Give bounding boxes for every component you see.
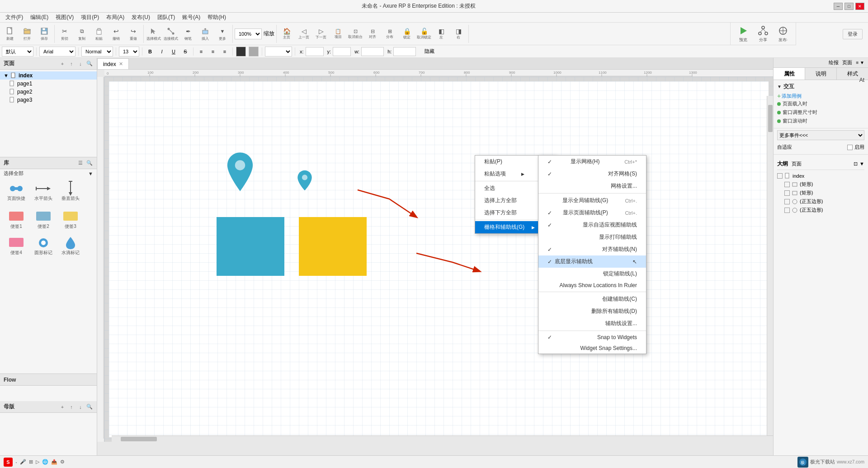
close-button[interactable]: ✕ <box>855 3 864 10</box>
font-select[interactable]: Arial <box>39 47 75 57</box>
outline-item-rect2[interactable]: (矩形) <box>777 189 864 197</box>
widget-water[interactable]: 水滴标记 <box>58 234 83 258</box>
sub-guide-settings[interactable]: 辅助线设置... <box>538 317 646 330</box>
outline-filter-icon[interactable]: ⊡ <box>854 161 858 167</box>
pages-add-button[interactable]: + <box>59 60 66 67</box>
main-canvas[interactable] <box>104 77 773 442</box>
page-item-page3[interactable]: page3 <box>0 96 97 104</box>
pages-search-button[interactable]: 🔍 <box>86 60 93 67</box>
sub-create-guide[interactable]: 创建辅助线(C) <box>538 293 646 305</box>
shape-pin-small[interactable] <box>297 170 313 191</box>
sub-always-show[interactable]: ✓ 底层显示辅助线 ↖ <box>538 255 646 268</box>
menu-help[interactable]: 帮助(H) <box>204 13 230 22</box>
connect-mode-button[interactable]: 连接模式 <box>163 26 179 42</box>
interaction-item-load[interactable]: 页面载入时 <box>777 99 864 108</box>
left-button[interactable]: ◧左 <box>433 26 449 42</box>
zoom-select[interactable]: 100% 50% 75% 150% 200% <box>235 28 262 39</box>
interaction-collapse[interactable]: ▼ <box>777 84 782 89</box>
masters-search-button[interactable]: 🔍 <box>86 403 93 411</box>
align-left-button[interactable]: ≡ <box>196 47 206 57</box>
bg-color-picker[interactable] <box>249 47 259 57</box>
prev-page-button[interactable]: ◁上一页 <box>296 26 312 42</box>
widget-label2[interactable]: 便签2 <box>31 208 56 232</box>
library-menu-button[interactable]: ☰ <box>77 160 84 167</box>
insert-button[interactable]: 插入 <box>197 26 213 42</box>
sub-grid-settings[interactable]: 网格设置... <box>538 180 646 192</box>
widget-label4[interactable]: 便签4 <box>4 234 29 258</box>
hidden-button[interactable]: 隐藏 <box>421 47 438 57</box>
sub-show-page-guides[interactable]: ✓ 显示页面辅助线(P) Ctrl+. <box>538 207 646 219</box>
sub-snap-guides[interactable]: ✓ 对齐辅助线(N) <box>538 243 646 255</box>
line-style-select[interactable] <box>265 47 292 57</box>
menu-file[interactable]: 文件(F) <box>2 13 27 22</box>
sub-widget-snap[interactable]: Widget Snap Settings... <box>538 343 646 354</box>
copy-button[interactable]: ⧉ 复制 <box>74 26 90 42</box>
outline-arrow-icon[interactable]: ▼ <box>859 161 864 167</box>
w-input[interactable] <box>361 47 384 56</box>
menu-view[interactable]: 视图(V) <box>52 13 77 22</box>
v-scroll-thumb[interactable] <box>768 105 773 132</box>
outline-rect1-checkbox[interactable] <box>784 182 790 187</box>
interaction-item-resize[interactable]: 窗口调整尺寸时 <box>777 108 864 117</box>
open-button[interactable]: 打开 <box>19 26 35 42</box>
page-item-page2[interactable]: page2 <box>0 88 97 96</box>
save-button[interactable]: 保存 <box>36 26 52 42</box>
outline-item-index[interactable]: index <box>777 172 864 180</box>
horizontal-scrollbar[interactable] <box>112 435 773 442</box>
publish-button[interactable]: 发布· <box>774 24 792 44</box>
pages-move-up-button[interactable]: ↑ <box>68 60 75 67</box>
sub-always-ruler[interactable]: Always Show Locations In Ruler <box>538 280 646 291</box>
menu-team[interactable]: 团队(T) <box>154 13 179 22</box>
h-input[interactable] <box>393 47 416 56</box>
login-button[interactable]: 登录 <box>843 29 863 39</box>
redo-button[interactable]: ↪ 重做 <box>125 26 142 42</box>
shape-rect-yellow[interactable] <box>299 217 367 276</box>
widget-label1[interactable]: 便签1 <box>4 208 29 232</box>
outline-item-penta1[interactable]: (正五边形) <box>777 197 864 206</box>
canvas-tab-index[interactable]: index ✕ <box>97 58 129 69</box>
sub-show-all-guides[interactable]: 显示全局辅助线(G) Ctrl+. <box>538 194 646 207</box>
menu-project[interactable]: 项目(P) <box>77 13 103 22</box>
menu-edit[interactable]: 编辑(E) <box>27 13 52 22</box>
weight-select[interactable]: Normal Bold Light <box>81 47 113 57</box>
outline-item-penta2[interactable]: (正五边形) <box>777 206 864 214</box>
library-search-button[interactable]: 🔍 <box>86 160 93 167</box>
vertical-scrollbar[interactable] <box>767 96 773 435</box>
menu-layout[interactable]: 布局(A) <box>103 13 128 22</box>
project-button[interactable]: 📋项目 <box>330 26 346 42</box>
masters-move-up-button[interactable]: ↑ <box>68 403 75 411</box>
new-button[interactable]: 新建 <box>2 26 18 42</box>
y-input[interactable] <box>333 47 351 56</box>
preview-button[interactable]: 预览 <box>734 24 752 44</box>
interaction-item-scroll[interactable]: 窗口滚动时 <box>777 117 864 125</box>
next-page-button[interactable]: ▷下一页 <box>313 26 329 42</box>
cancel-front-button[interactable]: ⊡取消前台 <box>347 26 363 42</box>
pages-move-down-button[interactable]: ↓ <box>77 60 84 67</box>
align-button[interactable]: ⊟对齐 <box>364 26 381 42</box>
more-button[interactable]: ▼ 更多 <box>214 26 231 42</box>
page-item-index[interactable]: ▼ index <box>0 71 97 80</box>
right-button[interactable]: ◨右 <box>450 26 467 42</box>
sub-snap-widgets[interactable]: ✓ Snap to Widgets <box>538 332 646 343</box>
cut-button[interactable]: ✂ 剪切 <box>57 26 73 42</box>
menu-publish[interactable]: 发布(U) <box>128 13 154 22</box>
outline-penta2-checkbox[interactable] <box>784 208 790 213</box>
widget-circle[interactable]: 圆形标记 <box>31 234 56 258</box>
distribute-button[interactable]: ⊞分布 <box>382 26 398 42</box>
sub-show-adaptive-guides[interactable]: ✓ 显示自适应视图辅助线 <box>538 219 646 231</box>
add-case-button[interactable]: + 添加用例 <box>777 92 864 99</box>
bold-button[interactable]: B <box>145 47 155 57</box>
tab-close-index[interactable]: ✕ <box>119 61 123 67</box>
share-button[interactable]: 分享 <box>754 24 772 44</box>
sub-lock-guides[interactable]: 锁定辅助线(L) <box>538 268 646 280</box>
outline-rect2-checkbox[interactable] <box>784 190 790 196</box>
masters-add-button[interactable]: + <box>59 403 66 411</box>
align-center-button[interactable]: ≡ <box>208 47 218 57</box>
widget-label3[interactable]: 便签3 <box>58 208 83 232</box>
sub-show-print-guides[interactable]: 显示打印辅助线 <box>538 231 646 243</box>
masters-move-down-button[interactable]: ↓ <box>77 403 84 411</box>
enable-checkbox[interactable] <box>847 145 853 150</box>
pen-tool-button[interactable]: ✒ 钢笔 <box>180 26 196 42</box>
outline-index-checkbox[interactable] <box>777 173 783 179</box>
tab-properties[interactable]: 属性 <box>774 68 805 80</box>
